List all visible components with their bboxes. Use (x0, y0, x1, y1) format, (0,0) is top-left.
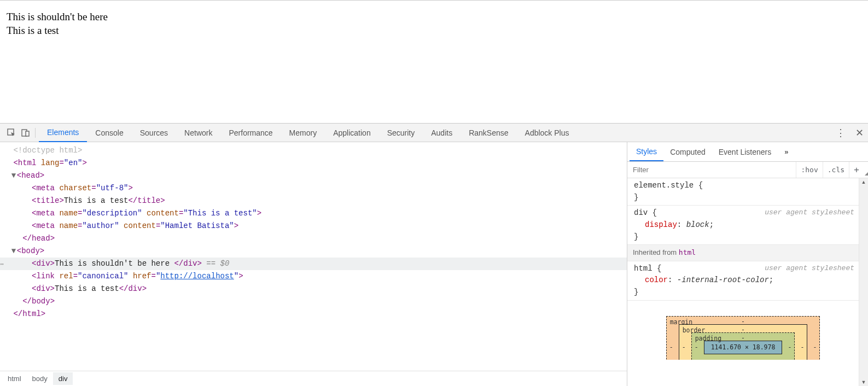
styles-filter-input[interactable] (627, 166, 796, 174)
dom-tree[interactable]: <!doctype html> <html lang="en"> ▼<head>… (0, 142, 627, 371)
styles-pane: StylesComputedEvent Listeners » :hov .cl… (627, 142, 868, 386)
side-tab-event-listeners[interactable]: Event Listeners (712, 142, 778, 161)
side-tab-computed[interactable]: Computed (663, 142, 712, 161)
more-tabs-icon[interactable]: » (780, 148, 793, 156)
tab-application[interactable]: Application (325, 124, 379, 142)
dom-html-open[interactable]: <html lang="en"> (0, 157, 627, 169)
rule-element-style[interactable]: element.style { } (627, 178, 859, 206)
dom-meta-description[interactable]: <meta name="description" content="This i… (0, 207, 627, 220)
filter-corner-indicator: ◢ (865, 171, 868, 176)
tab-security[interactable]: Security (379, 124, 423, 142)
dom-head-open[interactable]: ▼<head> (0, 169, 627, 182)
tab-audits[interactable]: Audits (423, 124, 461, 142)
tab-ranksense[interactable]: RankSense (461, 124, 516, 142)
styles-scrollbar[interactable]: ▲ ▼ (859, 178, 868, 386)
devtools-tabbar: ElementsConsoleSourcesNetworkPerformance… (0, 124, 868, 142)
tabbar-separator (35, 128, 36, 138)
dom-meta-charset[interactable]: <meta charset="utf-8"> (0, 182, 627, 195)
breadcrumb-div[interactable]: div (53, 372, 73, 385)
device-toolbar-icon[interactable] (19, 126, 33, 140)
tab-performance[interactable]: Performance (220, 124, 281, 142)
page-text-line-1: This is shouldn't be here (7, 10, 861, 24)
side-tab-styles[interactable]: Styles (630, 142, 663, 161)
dom-selected-div[interactable]: <div>This is shouldn't be here </div> ==… (0, 258, 627, 270)
page-text-line-2: This is a test (7, 24, 861, 38)
rendered-page: This is shouldn't be here This is a test (0, 0, 868, 123)
close-icon[interactable]: ✕ (855, 128, 864, 138)
kebab-menu-icon[interactable]: ⋮ (836, 128, 846, 138)
dom-body-open[interactable]: ▼<body> (0, 245, 627, 258)
breadcrumb-html[interactable]: html (2, 372, 27, 385)
tab-memory[interactable]: Memory (281, 124, 325, 142)
new-style-rule-button[interactable]: + (849, 162, 864, 178)
devtools-panel: ElementsConsoleSourcesNetworkPerformance… (0, 123, 868, 386)
dom-breadcrumbs: htmlbodydiv (0, 371, 627, 386)
tab-adblock-plus[interactable]: Adblock Plus (517, 124, 578, 142)
inherited-from-row: Inherited from html (627, 245, 859, 261)
tab-console[interactable]: Console (87, 124, 131, 142)
breadcrumb-body[interactable]: body (27, 372, 53, 385)
dom-div-test[interactable]: <div>This is a test</div> (0, 283, 627, 295)
dom-body-close[interactable]: </body> (0, 295, 627, 308)
box-model[interactable]: margin - - - border - - - (627, 301, 859, 360)
dom-head-close[interactable]: </head> (0, 232, 627, 245)
styles-filter-row: :hov .cls + ◢ (627, 162, 868, 178)
dom-title[interactable]: <title>This is a test</title> (0, 195, 627, 207)
dom-html-close[interactable]: </html> (0, 308, 627, 320)
hov-toggle[interactable]: :hov (796, 162, 822, 178)
scroll-down-icon[interactable]: ▼ (861, 378, 866, 386)
inspect-element-icon[interactable] (4, 126, 19, 140)
rule-html[interactable]: html { user agent stylesheet color: -int… (627, 261, 859, 301)
main-tabs: ElementsConsoleSourcesNetworkPerformance… (39, 124, 836, 142)
dom-meta-author[interactable]: <meta name="author" content="Hamlet Bati… (0, 220, 627, 232)
tab-sources[interactable]: Sources (132, 124, 176, 142)
cls-toggle[interactable]: .cls (823, 162, 849, 178)
styles-body[interactable]: element.style { } div { user agent style… (627, 178, 859, 386)
side-tabbar: StylesComputedEvent Listeners » (627, 142, 868, 162)
rule-div[interactable]: div { user agent stylesheet display: blo… (627, 206, 859, 245)
scroll-up-icon[interactable]: ▲ (861, 178, 866, 186)
svg-rect-2 (26, 131, 29, 136)
tab-network[interactable]: Network (176, 124, 220, 142)
elements-dom-pane: <!doctype html> <html lang="en"> ▼<head>… (0, 142, 627, 386)
dom-doctype[interactable]: <!doctype html> (0, 144, 627, 157)
dom-link-canonical[interactable]: <link rel="canonical" href="http://local… (0, 270, 627, 283)
tab-elements[interactable]: Elements (39, 124, 87, 142)
